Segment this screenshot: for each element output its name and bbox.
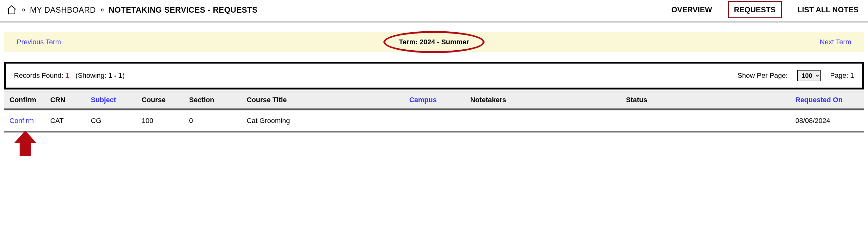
showing-range: 1 - 1 — [108, 72, 122, 79]
col-course-title: Course Title — [241, 91, 403, 109]
requests-table: Confirm CRN Subject Course Section Cours… — [4, 91, 864, 133]
cell-section: 0 — [183, 109, 241, 132]
showing-prefix: (Showing: — [75, 72, 106, 79]
confirm-link[interactable]: Confirm — [9, 117, 34, 124]
cell-requested-on: 08/08/2024 — [789, 109, 864, 132]
cell-course: 100 — [136, 109, 183, 132]
chevron-icon: » — [100, 6, 104, 14]
col-subject[interactable]: Subject — [85, 91, 136, 109]
cell-campus — [404, 109, 465, 132]
per-page-select[interactable]: 100 — [797, 70, 820, 81]
records-showing: (Showing: 1 - 1) — [75, 72, 125, 80]
breadcrumb-dashboard[interactable]: MY DASHBOARD — [30, 5, 96, 15]
top-nav: OVERVIEW REQUESTS LIST ALL NOTES — [668, 1, 862, 18]
table-header-row: Confirm CRN Subject Course Section Cours… — [4, 91, 864, 109]
records-summary: Records Found: 1 (Showing: 1 - 1) Show P… — [4, 62, 864, 89]
records-found-count: 1 — [65, 72, 69, 79]
breadcrumb: » MY DASHBOARD » NOTETAKING SERVICES - R… — [6, 4, 258, 15]
home-icon[interactable] — [6, 4, 17, 15]
table-row: Confirm CAT CG 100 0 Cat Grooming 08/08/… — [4, 109, 864, 132]
nav-list-all-notes[interactable]: LIST ALL NOTES — [794, 3, 862, 16]
col-requested-on[interactable]: Requested On — [789, 91, 864, 109]
records-found-label: Records Found: — [14, 72, 64, 79]
term-label-wrapper: Term: 2024 - Summer — [399, 38, 469, 46]
breadcrumb-page: NOTETAKING SERVICES - REQUESTS — [109, 5, 258, 15]
cell-course-title: Cat Grooming — [241, 109, 403, 132]
col-confirm: Confirm — [4, 91, 44, 109]
cell-crn: CAT — [44, 109, 85, 132]
per-page-label: Show Per Page: — [738, 72, 788, 80]
term-label: Term: 2024 - Summer — [399, 38, 469, 46]
cell-status — [620, 109, 789, 132]
cell-notetakers — [465, 109, 620, 132]
col-campus[interactable]: Campus — [404, 91, 465, 109]
annotation-arrow — [16, 131, 35, 156]
col-course: Course — [136, 91, 183, 109]
col-notetakers: Notetakers — [465, 91, 620, 109]
chevron-icon: » — [22, 6, 26, 14]
col-status: Status — [620, 91, 789, 109]
next-term-link[interactable]: Next Term — [819, 38, 851, 46]
records-found: Records Found: 1 — [14, 72, 69, 80]
nav-requests[interactable]: REQUESTS — [728, 1, 782, 18]
showing-suffix: ) — [122, 72, 125, 79]
cell-subject: CG — [85, 109, 136, 132]
col-section: Section — [183, 91, 241, 109]
nav-overview[interactable]: OVERVIEW — [668, 3, 715, 16]
term-bar: Previous Term Term: 2024 - Summer Next T… — [4, 32, 864, 52]
page-indicator: Page: 1 — [830, 72, 854, 80]
previous-term-link[interactable]: Previous Term — [17, 38, 61, 46]
col-crn: CRN — [44, 91, 85, 109]
